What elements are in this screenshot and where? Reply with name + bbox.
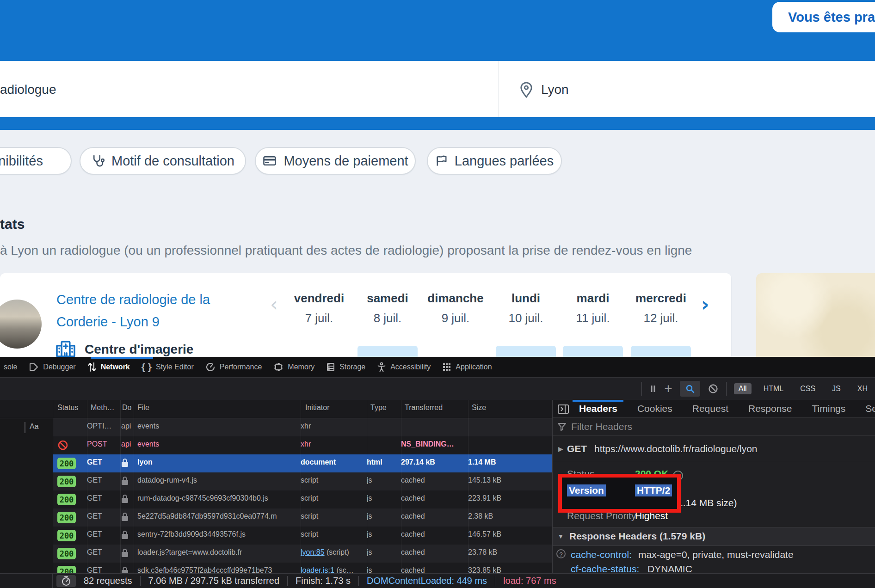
pause-icon[interactable] (649, 384, 657, 393)
practice-name-line2[interactable]: Corderie - Lyon 9 (56, 314, 160, 330)
col-initiator[interactable]: Initiator (305, 404, 329, 412)
request-count: 82 requests (76, 576, 140, 586)
filter-all[interactable]: All (734, 383, 752, 394)
calendar-prev-icon[interactable]: ‹ (270, 297, 278, 312)
blocked-icon (57, 440, 85, 451)
tab-request[interactable]: Request (692, 403, 728, 414)
expand-icon[interactable]: ▶ (558, 445, 563, 453)
performance-icon (205, 362, 216, 372)
stethoscope-icon (91, 154, 105, 168)
request-url-row[interactable]: ▶ GET https://www.doctolib.fr/radiologue… (553, 436, 875, 462)
map-preview[interactable] (756, 273, 875, 357)
table-row[interactable]: 200 GET 5e227d5a9db847db9597d931c0ea0774… (53, 508, 552, 527)
tab-headers[interactable]: Headers (579, 403, 617, 414)
practitioner-button[interactable]: Vous êtes prati (772, 2, 875, 32)
col-file[interactable]: File (137, 404, 149, 412)
table-row[interactable]: 200 GET rum-datadog-c98745c9693cf90304b0… (53, 490, 552, 508)
calendar-day: dimanche9 juil. (425, 291, 486, 325)
network-table-header: Status Meth… Do File Initiator Type Tran… (0, 400, 552, 418)
filter-headers-input[interactable]: Filter Headers (553, 418, 875, 436)
active-tab-indicator (91, 357, 153, 359)
header-name[interactable]: cf-cache-status: (571, 564, 639, 573)
practice-name-line1[interactable]: Centre de radiologie de la (56, 292, 210, 307)
tab-storage[interactable]: Storage (323, 362, 368, 372)
column-divider (301, 400, 301, 573)
column-divider (120, 400, 121, 573)
column-divider (367, 400, 367, 573)
finish-time: Finish: 1.73 s (288, 576, 358, 586)
filter-html[interactable]: HTML (759, 383, 789, 394)
lock-icon (121, 566, 134, 573)
filter-availability-label: Disponibilités (0, 153, 43, 169)
text-cursor (25, 422, 25, 433)
load-time: load: 767 ms (495, 576, 564, 586)
new-request-icon[interactable]: + (664, 381, 672, 397)
col-transferred[interactable]: Transferred (405, 404, 443, 412)
header-accent-bar (0, 117, 875, 130)
filter-xhr[interactable]: XH (853, 383, 872, 394)
table-row[interactable]: 200 GET loader.js?target=www.doctolib.fr… (53, 545, 552, 563)
col-method[interactable]: Meth… (91, 404, 115, 412)
availability-slot[interactable] (496, 346, 556, 357)
search-icon[interactable] (680, 381, 700, 397)
availability-slot[interactable] (563, 346, 623, 357)
header-value: max-age=0, private, must-revalidate (638, 549, 794, 560)
tab-network[interactable]: Network (85, 362, 133, 372)
table-row-selected[interactable]: 200 GET lyon document html 297.14 kB 1.1… (53, 454, 552, 472)
location-search-input[interactable]: Lyon (541, 82, 569, 97)
expand-panel-icon[interactable] (557, 404, 569, 414)
tab-memory[interactable]: Memory (271, 362, 317, 372)
tab-cookies[interactable]: Cookies (637, 403, 672, 414)
table-row[interactable]: 200 GET datadog-rum-v4.js script js cach… (53, 472, 552, 490)
response-headers-section[interactable]: ▼ Response Headers (1.579 kB) (553, 527, 875, 546)
tab-timings[interactable]: Timings (812, 403, 846, 414)
filter-css[interactable]: CSS (795, 383, 820, 394)
memory-icon (273, 362, 283, 372)
hospital-icon (55, 340, 76, 358)
lock-icon (121, 476, 134, 485)
availability-slot[interactable] (631, 346, 691, 357)
tab-console[interactable]: sole (1, 363, 20, 371)
filter-availability[interactable]: Disponibilités (0, 147, 72, 175)
lock-icon (121, 530, 134, 539)
header-help-icon[interactable]: ? (556, 549, 566, 558)
col-status[interactable]: Status (57, 404, 78, 412)
status-badge: 200 (57, 458, 76, 469)
header-name[interactable]: cache-control: (571, 549, 632, 560)
tab-debugger[interactable]: Debugger (26, 362, 78, 372)
table-row[interactable]: OPTI… api events xhr (53, 418, 552, 436)
tab-performance[interactable]: Performance (203, 362, 265, 372)
throttling-icon[interactable] (56, 575, 76, 587)
application-icon (442, 362, 451, 372)
domcontentloaded-time: DOMContentLoaded: 449 ms (359, 576, 495, 586)
debugger-icon (29, 362, 39, 372)
size-note: (1.14 MB size) (674, 497, 737, 508)
location-pin-icon (518, 81, 534, 99)
initiator-link[interactable]: loader.js:1 (301, 566, 334, 573)
filter-consultation-reason[interactable]: Motif de consultation (80, 147, 246, 175)
tab-security[interactable]: Security (865, 403, 875, 414)
filter-consultation-reason-label: Motif de consultation (111, 153, 234, 169)
table-row[interactable]: POST api events xhr NS_BINDING… (53, 436, 552, 454)
table-row[interactable]: 200 GET sentry-72fb3dd909d34493576f.js s… (53, 527, 552, 545)
calendar-day: samedi8 juil. (357, 291, 418, 325)
column-divider (134, 400, 134, 573)
initiator-link[interactable]: lyon:85 (301, 548, 325, 556)
tab-application[interactable]: Application (439, 362, 494, 372)
status-badge: 200 (57, 476, 76, 487)
filter-payment-methods[interactable]: Moyens de paiement (255, 147, 416, 175)
col-domain[interactable]: Do (122, 404, 133, 412)
table-row[interactable]: 200 GET sdk.c3efb46c9757f2ab4cccffd99e71… (53, 563, 552, 573)
tab-style-editor[interactable]: { } Style Editor (139, 361, 197, 373)
filter-languages[interactable]: Langues parlées (427, 147, 562, 175)
filter-js[interactable]: JS (827, 383, 845, 394)
col-size[interactable]: Size (472, 404, 486, 412)
specialty-search-input[interactable]: adiologue (0, 82, 56, 97)
col-type[interactable]: Type (370, 404, 387, 412)
blocking-case-toggle[interactable]: Aa (30, 423, 39, 431)
tab-response[interactable]: Response (748, 403, 792, 414)
calendar-next-icon[interactable]: › (701, 297, 709, 312)
block-icon[interactable] (708, 383, 719, 394)
tab-accessibility[interactable]: Accessibility (374, 362, 433, 372)
availability-slot[interactable] (357, 346, 418, 357)
